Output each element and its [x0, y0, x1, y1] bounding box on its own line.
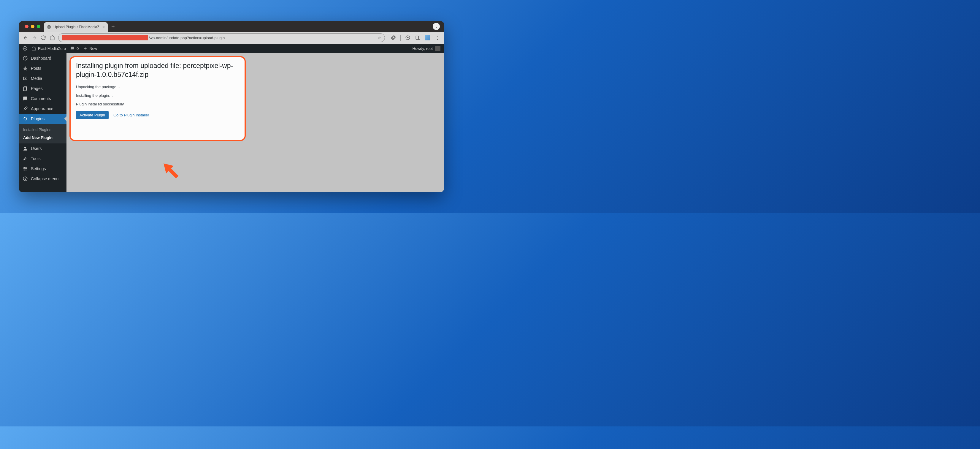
- user-icon: [22, 146, 28, 151]
- new-label: New: [89, 46, 97, 51]
- sidebar-submenu-plugins: Installed Plugins Add New Plugin: [19, 124, 67, 143]
- home-button[interactable]: [49, 35, 55, 41]
- sliders-icon: [22, 166, 28, 171]
- sidebar-item-comments[interactable]: Comments: [19, 94, 67, 103]
- site-name: FlashMediaZero: [38, 46, 66, 51]
- wp-logo[interactable]: [22, 46, 27, 51]
- status-success: Plugin installed successfully.: [76, 102, 239, 106]
- status-installing: Installing the plugin…: [76, 93, 239, 98]
- plug-icon: [22, 116, 28, 121]
- sidebar-item-settings[interactable]: Settings: [19, 164, 67, 174]
- svg-point-14: [23, 177, 27, 181]
- comment-icon: [70, 46, 75, 51]
- svg-point-12: [26, 168, 27, 169]
- sidebar-item-media[interactable]: Media: [19, 73, 67, 83]
- toolbar-icons: ⋮: [390, 35, 441, 41]
- svg-rect-2: [416, 36, 420, 40]
- adminbar-comments[interactable]: 0: [70, 46, 79, 51]
- close-window-icon[interactable]: [25, 25, 29, 28]
- tab-title: Upload Plugin ‹ FlashMediaZ: [53, 25, 99, 29]
- sidebar-subitem-add-new-plugin[interactable]: Add New Plugin: [19, 134, 67, 142]
- sidebar-item-label: Appearance: [31, 106, 53, 111]
- sidebar-item-dashboard[interactable]: Dashboard: [19, 53, 67, 63]
- forward-button[interactable]: [32, 35, 37, 41]
- adminbar-howdy[interactable]: Howdy, root: [412, 46, 441, 51]
- sidebar-item-label: Settings: [31, 166, 46, 171]
- sidebar-item-users[interactable]: Users: [19, 143, 67, 153]
- redacted-domain: [62, 35, 148, 40]
- window-traffic-lights[interactable]: [21, 25, 44, 28]
- howdy-text: Howdy, root: [412, 46, 433, 51]
- tab-list-dropdown[interactable]: ⌄: [433, 23, 440, 30]
- install-plugin-panel: Installing plugin from uploaded file: pe…: [70, 56, 246, 141]
- separator: [400, 35, 401, 41]
- media-icon: [22, 76, 28, 81]
- pin-icon: [22, 65, 28, 71]
- svg-point-13: [24, 170, 25, 170]
- page-icon: [22, 86, 28, 91]
- profile-avatar[interactable]: [425, 35, 430, 40]
- action-row: Activate Plugin Go to Plugin Installer: [76, 111, 239, 119]
- adminbar-site[interactable]: FlashMediaZero: [32, 46, 66, 51]
- sidebar-item-posts[interactable]: Posts: [19, 63, 67, 73]
- plus-icon: [83, 46, 88, 51]
- comment-icon: [22, 96, 28, 101]
- browser-toolbar: /wp-admin/update.php?action=upload-plugi…: [19, 32, 444, 44]
- sidebar-item-label: Pages: [31, 86, 43, 91]
- browser-tab[interactable]: Upload Plugin ‹ FlashMediaZ ×: [44, 22, 108, 32]
- dashboard-icon: [22, 56, 28, 61]
- wrench-icon: [22, 156, 28, 161]
- sidebar-item-pages[interactable]: Pages: [19, 83, 67, 94]
- home-icon: [32, 46, 36, 51]
- svg-marker-15: [160, 160, 181, 181]
- browser-window: Upload Plugin ‹ FlashMediaZ × + ⌄ /wp-ad…: [19, 21, 444, 192]
- wp-admin-sidebar: Dashboard Posts Media Pages Comments App…: [19, 44, 67, 192]
- adminbar-new[interactable]: New: [83, 46, 97, 51]
- wp-adminbar: FlashMediaZero 0 New Howdy, root: [19, 44, 444, 53]
- sidepanel-icon[interactable]: [415, 35, 421, 41]
- browser-tabbar: Upload Plugin ‹ FlashMediaZ × + ⌄: [19, 21, 444, 32]
- svg-point-11: [24, 167, 25, 168]
- globe-icon: [47, 25, 51, 29]
- collapse-icon: [22, 176, 28, 182]
- sidebar-item-label: Dashboard: [31, 56, 51, 61]
- activate-plugin-button[interactable]: Activate Plugin: [76, 111, 109, 119]
- svg-point-1: [406, 36, 410, 40]
- url-path: /wp-admin/update.php?action=upload-plugi…: [149, 36, 225, 40]
- sidebar-item-label: Plugins: [31, 116, 45, 121]
- page-heading: Installing plugin from uploaded file: pe…: [76, 62, 239, 79]
- extensions-icon[interactable]: [390, 35, 396, 41]
- sidebar-item-appearance[interactable]: Appearance: [19, 103, 67, 114]
- go-to-plugin-installer-link[interactable]: Go to Plugin Installer: [113, 113, 149, 117]
- brush-icon: [22, 106, 28, 111]
- sidebar-item-tools[interactable]: Tools: [19, 153, 67, 164]
- maximize-window-icon[interactable]: [37, 25, 40, 28]
- new-tab-button[interactable]: +: [108, 23, 118, 30]
- minimize-window-icon[interactable]: [31, 25, 34, 28]
- sidebar-collapse[interactable]: Collapse menu: [19, 174, 67, 184]
- address-bar[interactable]: /wp-admin/update.php?action=upload-plugi…: [58, 33, 385, 42]
- svg-point-7: [25, 78, 26, 79]
- reload-button[interactable]: [40, 35, 46, 41]
- sidebar-subitem-installed-plugins[interactable]: Installed Plugins: [19, 126, 67, 134]
- svg-point-10: [24, 147, 26, 148]
- sidebar-item-label: Collapse menu: [31, 177, 59, 181]
- sidebar-item-plugins[interactable]: Plugins: [19, 114, 67, 124]
- sidebar-item-label: Posts: [31, 66, 41, 71]
- leaf-icon[interactable]: [405, 35, 411, 41]
- sidebar-item-label: Users: [31, 146, 42, 151]
- menu-icon[interactable]: ⋮: [434, 35, 441, 41]
- annotation-arrow: [159, 159, 183, 183]
- bookmark-star-icon[interactable]: ☆: [377, 36, 381, 40]
- wp-content-area: Installing plugin from uploaded file: pe…: [67, 44, 444, 192]
- sidebar-item-label: Comments: [31, 96, 51, 101]
- status-unpacking: Unpacking the package…: [76, 84, 239, 89]
- back-button[interactable]: [22, 35, 29, 41]
- sidebar-item-label: Media: [31, 76, 42, 81]
- sidebar-item-label: Tools: [31, 156, 41, 161]
- close-tab-icon[interactable]: ×: [102, 25, 105, 29]
- svg-rect-9: [24, 87, 26, 91]
- user-avatar-icon: [435, 46, 441, 51]
- comments-count: 0: [76, 46, 79, 51]
